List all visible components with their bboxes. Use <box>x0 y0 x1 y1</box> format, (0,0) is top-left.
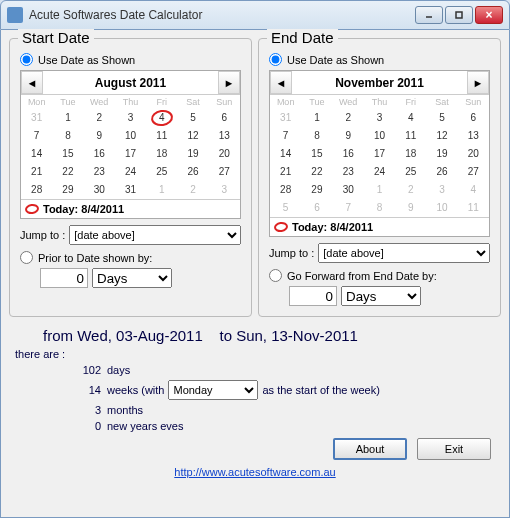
week-start-select[interactable]: Monday <box>168 380 258 400</box>
calendar-day[interactable]: 31 <box>270 109 301 127</box>
calendar-day[interactable]: 31 <box>21 109 52 127</box>
start-offset-unit[interactable]: Days <box>92 268 172 288</box>
calendar-day[interactable]: 3 <box>426 181 457 199</box>
calendar-day[interactable]: 13 <box>209 127 240 145</box>
calendar-day[interactable]: 8 <box>301 127 332 145</box>
calendar-day[interactable]: 15 <box>301 145 332 163</box>
calendar-day[interactable]: 13 <box>458 127 489 145</box>
calendar-day[interactable]: 28 <box>270 181 301 199</box>
calendar-day[interactable]: 22 <box>52 163 83 181</box>
calendar-day[interactable]: 16 <box>333 145 364 163</box>
calendar-day[interactable]: 8 <box>364 199 395 217</box>
calendar-day[interactable]: 2 <box>333 109 364 127</box>
calendar-day[interactable]: 27 <box>209 163 240 181</box>
calendar-day[interactable]: 21 <box>21 163 52 181</box>
calendar-day[interactable]: 2 <box>177 181 208 199</box>
calendar-day[interactable]: 9 <box>84 127 115 145</box>
close-button[interactable]: × <box>475 6 503 24</box>
start-prior-radio[interactable] <box>20 251 33 264</box>
calendar-day[interactable]: 8 <box>52 127 83 145</box>
end-next-month-button[interactable]: ► <box>467 71 489 94</box>
calendar-day[interactable]: 19 <box>177 145 208 163</box>
calendar-day[interactable]: 5 <box>270 199 301 217</box>
calendar-day[interactable]: 31 <box>115 181 146 199</box>
calendar-day[interactable]: 5 <box>426 109 457 127</box>
exit-button[interactable]: Exit <box>417 438 491 460</box>
calendar-day[interactable]: 14 <box>21 145 52 163</box>
calendar-day[interactable]: 28 <box>21 181 52 199</box>
calendar-day[interactable]: 6 <box>209 109 240 127</box>
end-today-row[interactable]: Today: 8/4/2011 <box>270 217 489 236</box>
calendar-day[interactable]: 4 <box>395 109 426 127</box>
website-link[interactable]: http://www.acutesoftware.com.au <box>174 466 335 478</box>
calendar-day[interactable]: 18 <box>146 145 177 163</box>
calendar-day[interactable]: 3 <box>209 181 240 199</box>
start-next-month-button[interactable]: ► <box>218 71 240 94</box>
calendar-day[interactable]: 1 <box>364 181 395 199</box>
calendar-day[interactable]: 4 <box>458 181 489 199</box>
calendar-day[interactable]: 6 <box>458 109 489 127</box>
calendar-day[interactable]: 11 <box>458 199 489 217</box>
maximize-button[interactable] <box>445 6 473 24</box>
calendar-day[interactable]: 10 <box>426 199 457 217</box>
calendar-day[interactable]: 30 <box>333 181 364 199</box>
calendar-day[interactable]: 9 <box>333 127 364 145</box>
calendar-day[interactable]: 9 <box>395 199 426 217</box>
calendar-day[interactable]: 25 <box>146 163 177 181</box>
calendar-day[interactable]: 11 <box>146 127 177 145</box>
calendar-day[interactable]: 17 <box>364 145 395 163</box>
start-prev-month-button[interactable]: ◄ <box>21 71 43 94</box>
calendar-day[interactable]: 12 <box>426 127 457 145</box>
calendar-day[interactable]: 23 <box>333 163 364 181</box>
calendar-day[interactable]: 17 <box>115 145 146 163</box>
about-button[interactable]: About <box>333 438 407 460</box>
calendar-day[interactable]: 24 <box>115 163 146 181</box>
calendar-day[interactable]: 29 <box>52 181 83 199</box>
end-offset-value[interactable] <box>289 286 337 306</box>
calendar-day[interactable]: 7 <box>21 127 52 145</box>
calendar-day[interactable]: 2 <box>84 109 115 127</box>
calendar-day[interactable]: 26 <box>177 163 208 181</box>
calendar-day[interactable]: 20 <box>209 145 240 163</box>
calendar-day[interactable]: 21 <box>270 163 301 181</box>
end-offset-unit[interactable]: Days <box>341 286 421 306</box>
start-jump-select[interactable]: [date above] <box>69 225 241 245</box>
calendar-day[interactable]: 2 <box>395 181 426 199</box>
start-offset-value[interactable] <box>40 268 88 288</box>
calendar-day[interactable]: 3 <box>364 109 395 127</box>
calendar-day[interactable]: 15 <box>52 145 83 163</box>
calendar-day[interactable]: 30 <box>84 181 115 199</box>
calendar-day[interactable]: 24 <box>364 163 395 181</box>
calendar-day[interactable]: 29 <box>301 181 332 199</box>
calendar-day[interactable]: 14 <box>270 145 301 163</box>
start-today-row[interactable]: Today: 8/4/2011 <box>21 199 240 218</box>
calendar-day[interactable]: 7 <box>270 127 301 145</box>
end-forward-radio[interactable] <box>269 269 282 282</box>
calendar-day[interactable]: 12 <box>177 127 208 145</box>
calendar-day[interactable]: 20 <box>458 145 489 163</box>
calendar-day[interactable]: 11 <box>395 127 426 145</box>
calendar-day[interactable]: 10 <box>364 127 395 145</box>
calendar-day[interactable]: 16 <box>84 145 115 163</box>
end-jump-select[interactable]: [date above] <box>318 243 490 263</box>
calendar-day[interactable]: 25 <box>395 163 426 181</box>
start-use-shown-radio[interactable] <box>20 53 33 66</box>
calendar-day[interactable]: 1 <box>301 109 332 127</box>
end-use-shown-radio[interactable] <box>269 53 282 66</box>
calendar-day[interactable]: 4 <box>146 109 177 127</box>
calendar-day[interactable]: 5 <box>177 109 208 127</box>
calendar-day[interactable]: 27 <box>458 163 489 181</box>
calendar-day[interactable]: 1 <box>52 109 83 127</box>
end-prev-month-button[interactable]: ◄ <box>270 71 292 94</box>
calendar-day[interactable]: 23 <box>84 163 115 181</box>
calendar-day[interactable]: 10 <box>115 127 146 145</box>
calendar-day[interactable]: 7 <box>333 199 364 217</box>
calendar-day[interactable]: 19 <box>426 145 457 163</box>
calendar-day[interactable]: 1 <box>146 181 177 199</box>
calendar-day[interactable]: 18 <box>395 145 426 163</box>
calendar-day[interactable]: 6 <box>301 199 332 217</box>
minimize-button[interactable] <box>415 6 443 24</box>
calendar-day[interactable]: 3 <box>115 109 146 127</box>
calendar-day[interactable]: 22 <box>301 163 332 181</box>
calendar-day[interactable]: 26 <box>426 163 457 181</box>
